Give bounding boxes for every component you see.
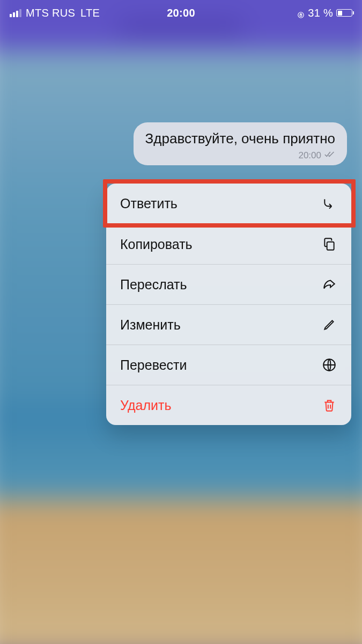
message-context-menu: Ответить Копировать Переслать Изменить [106,184,351,425]
copy-icon [321,236,337,252]
reply-icon [321,196,337,212]
menu-item-edit[interactable]: Изменить [106,304,351,345]
trash-icon [321,397,337,413]
message-text: Здравствуйте, очень приятно [145,130,335,148]
svg-rect-1 [300,14,302,16]
menu-item-reply[interactable]: Ответить [106,184,351,224]
message-time: 20:00 [298,150,321,161]
menu-label-delete: Удалить [120,398,171,413]
menu-label-copy: Копировать [120,237,193,252]
menu-item-delete[interactable]: Удалить [106,385,351,425]
status-time: 20:00 [167,7,195,19]
signal-icon [10,9,21,17]
menu-label-reply: Ответить [120,196,178,211]
menu-label-translate: Перевести [120,357,187,373]
network-type: LTE [80,7,100,19]
edit-icon [321,317,337,333]
menu-item-forward[interactable]: Переслать [106,264,351,304]
globe-icon [321,357,337,373]
forward-icon [321,276,337,292]
message-bubble[interactable]: Здравствуйте, очень приятно 20:00 [134,122,347,165]
menu-label-forward: Переслать [120,277,187,292]
battery-icon [336,9,352,17]
svg-rect-2 [327,242,334,250]
orientation-lock-icon [297,9,305,17]
carrier-name: MTS RUS [26,7,75,19]
read-receipt-icon [324,150,335,161]
status-bar: MTS RUS LTE 20:00 31 % [0,0,362,26]
menu-item-copy[interactable]: Копировать [106,224,351,264]
battery-percent: 31 % [308,7,333,19]
menu-item-translate[interactable]: Перевести [106,345,351,385]
menu-label-edit: Изменить [120,317,181,333]
